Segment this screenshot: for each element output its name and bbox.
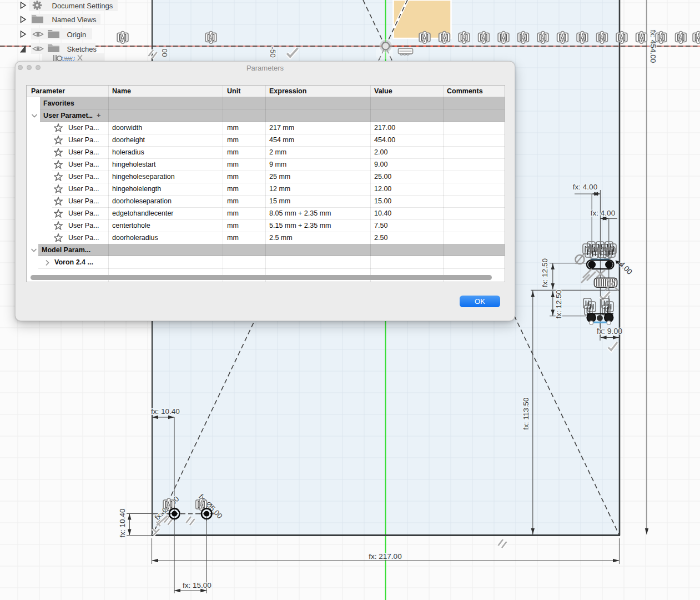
svg-text:fx: 4.00: fx: 4.00 xyxy=(573,183,597,191)
svg-text:fx: 10.40: fx: 10.40 xyxy=(118,509,127,538)
svg-text:fx: 4.00: fx: 4.00 xyxy=(591,209,615,217)
svg-text:00: 00 xyxy=(160,48,169,57)
svg-text:fx: 113.50: fx: 113.50 xyxy=(522,397,530,429)
svg-text:fx: 10.40: fx: 10.40 xyxy=(151,407,180,416)
svg-text:fx: 9.00: fx: 9.00 xyxy=(597,327,622,336)
svg-text:-50: -50 xyxy=(269,47,277,58)
svg-text:fx: 15.00: fx: 15.00 xyxy=(183,581,211,589)
svg-text:fx: 12.50: fx: 12.50 xyxy=(555,290,563,319)
svg-text:fx: 217.00: fx: 217.00 xyxy=(369,552,401,561)
svg-text:fx: 12.50: fx: 12.50 xyxy=(541,258,549,287)
